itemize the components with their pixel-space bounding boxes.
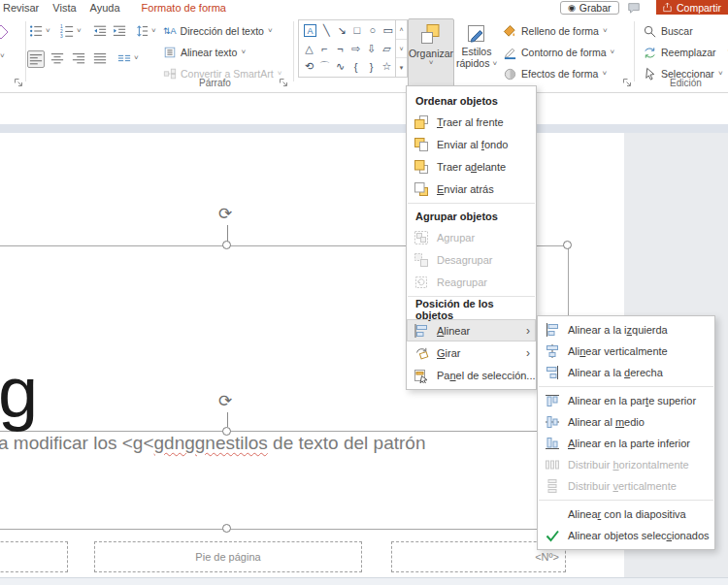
shape-gallery-item[interactable]: ⇨ [348, 41, 363, 56]
shape-gallery-item[interactable]: △ [302, 41, 316, 56]
menu-item-alinear-en-la-parte-superior[interactable]: Alinear en la parte superior [538, 390, 714, 411]
tab-revisar[interactable]: Revisar [3, 2, 39, 14]
menu-item-enviar-al-fondo[interactable]: Enviar al fondo [407, 133, 536, 155]
justify-icon [93, 51, 107, 65]
horizontal-line-shape-2[interactable] [0, 431, 624, 432]
align-right-button[interactable] [72, 51, 85, 65]
increase-indent-button[interactable] [113, 24, 126, 38]
shape-outline-button[interactable]: Contorno de forma ˅ [503, 45, 614, 60]
paragraph-dialog-launcher-icon[interactable] [279, 78, 288, 87]
menu-item-panel-de-selección[interactable]: Panel de selección... [407, 364, 536, 386]
menu-item-traer-adelante[interactable]: Traer adelante [407, 155, 536, 178]
rotate-icon [414, 345, 429, 361]
shape-gallery-item[interactable]: ╲ [319, 22, 334, 38]
align-center-button[interactable] [50, 51, 64, 65]
resize-handle[interactable] [222, 241, 231, 249]
shape-fill-button[interactable]: Relleno de forma ˅ [503, 23, 608, 39]
shape-gallery-item[interactable]: ☆ [380, 59, 394, 75]
menu-item-alinear-al-medio[interactable]: Alinear al medio [538, 411, 714, 433]
shape-gallery-item[interactable]: ▱ [380, 41, 394, 56]
align-submenu: Alinear a la izquierdaAlinear verticalme… [537, 315, 715, 550]
arrange-button[interactable]: Organizar ˅ [408, 18, 454, 87]
shape-gallery-item[interactable]: ∿ [333, 59, 347, 75]
chevron-down-icon: ˅ [492, 60, 497, 68]
shape-styles-dialog-launcher-icon[interactable] [622, 78, 632, 87]
slide-title-placeholder[interactable]: g [0, 357, 38, 429]
shape-gallery-item[interactable]: ⟲ [302, 59, 316, 75]
regroup-icon [414, 275, 429, 290]
replace-label: Reemplazar [661, 47, 716, 58]
menu-item-traer-al-frente[interactable]: Traer al frente [407, 111, 536, 133]
menu-item-distribuir-horizontalmente: Distribuir horizontalmente [538, 454, 714, 475]
menu-item-label: Distribuir horizontalmente [568, 459, 689, 471]
menu-item-label: Alinear a la izquierda [568, 324, 668, 336]
text-direction-button[interactable]: ⇅A Dirección del texto ˅ [163, 23, 273, 39]
rotate-handle-icon[interactable]: ⟳ [218, 393, 232, 409]
tab-ayuda[interactable]: Ayuda [90, 2, 120, 14]
footer-placeholder[interactable]: Pie de página [94, 541, 362, 572]
font-dialog-launcher-icon[interactable] [14, 78, 23, 87]
menu-item-label: Alinear objetos seleccionados [568, 530, 710, 541]
menu-item-label: Enviar atrás [437, 183, 494, 195]
resize-handle[interactable] [563, 241, 572, 249]
shape-gallery-item[interactable]: □ [350, 22, 365, 38]
menu-item-alinear-a-la-izquierda[interactable]: Alinear a la izquierda [538, 319, 714, 341]
shape-gallery-item[interactable]: ⌒ [317, 59, 332, 75]
menu-section-header: Ordenar objetos [407, 91, 536, 111]
bullet-list-button[interactable]: ˅ [29, 24, 50, 38]
slide-body-placeholder[interactable]: a modificar los <g<gdnggnestilos de text… [0, 433, 425, 454]
gallery-scroll-down-icon[interactable]: ˅ [396, 39, 407, 58]
rotate-handle-stem [227, 412, 228, 427]
slide-number-label: <Nº> [535, 551, 559, 563]
record-button[interactable]: ◉ Grabar [560, 1, 619, 15]
body-text: a modificar los <g< [0, 433, 154, 453]
line-spacing-button[interactable]: ˅ [135, 24, 156, 38]
shape-gallery-item[interactable]: ⇩ [364, 41, 379, 56]
text-box-shape-item[interactable]: A [304, 24, 316, 37]
comments-icon[interactable] [626, 1, 642, 15]
quick-styles-label-1: Estilos [462, 47, 492, 57]
rotate-handle-icon[interactable]: ⟳ [218, 206, 232, 222]
menu-item-alinear-objetos-seleccionados[interactable]: Alinear objetos seleccionados [538, 525, 714, 546]
shape-effects-button[interactable]: Efectos de forma ˅ [503, 66, 607, 81]
share-button[interactable]: Compartir [656, 0, 728, 15]
decrease-indent-button[interactable] [93, 24, 107, 38]
replace-button[interactable]: Reemplazar ˅ [643, 45, 728, 60]
shape-gallery-item[interactable]: ○ [365, 22, 380, 38]
gallery-scroll-up-icon[interactable]: ˄ [396, 20, 407, 39]
chevron-down-icon: ˅ [134, 54, 139, 62]
numbered-list-button[interactable]: 123 ˅ [60, 24, 82, 38]
columns-button[interactable]: ˅ [117, 51, 139, 65]
find-button[interactable]: Buscar [643, 23, 693, 39]
chevron-down-icon[interactable]: ˅ [0, 52, 5, 60]
resize-handle[interactable] [222, 524, 231, 533]
quick-styles-button[interactable]: Estilos rápidos ˅ [454, 18, 499, 85]
menu-item-label: Traer adelante [437, 161, 506, 173]
shape-gallery-item[interactable]: ▭ [381, 22, 395, 38]
menu-item-enviar-atrás[interactable]: Enviar atrás [407, 178, 536, 200]
tab-vista[interactable]: Vista [52, 2, 76, 14]
font-group-partial-icon [0, 24, 9, 40]
shape-gallery-item[interactable]: ¬ [333, 41, 347, 56]
shape-gallery-item[interactable]: } [364, 59, 379, 75]
menu-item-girar[interactable]: Girar› [407, 341, 536, 364]
menu-item-alinear-en-la-parte-inferior[interactable]: Alinear en la parte inferior [538, 433, 714, 454]
horizontal-line-shape-3[interactable] [0, 529, 624, 530]
date-placeholder[interactable] [0, 541, 68, 572]
chevron-down-icon: ˅ [611, 49, 615, 56]
body-text: de texto del patrón [268, 433, 426, 453]
align-left-button[interactable] [27, 50, 45, 68]
align-text-button[interactable]: Alinear texto ˅ [163, 45, 246, 60]
menu-item-alinear-verticalmente[interactable]: Alinear verticalmente [538, 341, 714, 362]
tab-formato-de-forma[interactable]: Formato de forma [142, 2, 226, 14]
shape-gallery-item[interactable]: ↘ [335, 22, 349, 38]
menu-item-label: Desagrupar [437, 254, 492, 266]
menu-item-alinear[interactable]: Alinear› [407, 319, 536, 341]
shape-gallery-item[interactable]: ⌐ [317, 41, 332, 56]
record-label: Grabar [579, 2, 612, 14]
gallery-more-icon[interactable]: ▾ [396, 57, 407, 77]
menu-item-alinear-a-la-derecha[interactable]: Alinear a la derecha [538, 362, 714, 383]
menu-item-alinear-con-la-diapositiva[interactable]: Alinear con la diapositiva [538, 504, 714, 525]
justify-button[interactable] [93, 51, 107, 65]
shape-gallery-item[interactable]: { [348, 59, 363, 75]
